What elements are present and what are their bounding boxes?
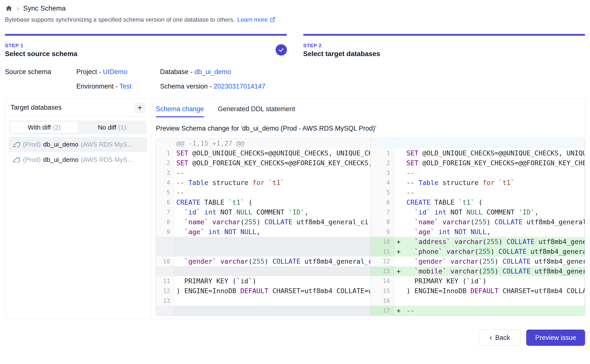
diff-add-marker [394, 148, 405, 158]
diff-row-target: 16 [371, 296, 585, 306]
code-line: `gender` varchar(255) COLLATE utf8mb4_ge… [174, 257, 370, 266]
line-number: 7 [371, 207, 394, 217]
with-diff-count: (2) [53, 124, 61, 131]
back-button[interactable]: ‹ Back [479, 330, 520, 346]
line-number: 9 [156, 227, 174, 237]
code-line: `id` int NOT NULL COMMENT 'ID', [405, 207, 585, 217]
diff-add-marker: + [394, 306, 405, 316]
diff-add-marker [394, 227, 405, 237]
tab-schema-change[interactable]: Schema change [156, 105, 204, 117]
step-2: STEP 2 Select target databases [303, 34, 585, 58]
diff-add-marker [394, 286, 405, 296]
source-field-project: Project - UIDemo [76, 68, 160, 76]
line-number: 12 [371, 257, 394, 266]
diff-row-target: 5-- [371, 188, 585, 197]
line-number: 14 [371, 276, 394, 286]
diff-row-target: 11+ `phone` varchar(255) COLLATE utf8mb4… [371, 247, 585, 257]
stepper: STEP 1 Select source schema STEP 2 Selec… [5, 34, 585, 58]
code-line: PRIMARY KEY (`id`) [405, 276, 585, 286]
line-number: 10 [156, 257, 174, 266]
diff-row-target: 6CREATE TABLE `t1` ( [371, 197, 585, 207]
code-line: -- Table structure for `t1` [174, 178, 370, 188]
diff-add-marker: + [394, 247, 405, 257]
diff-row-target: 8 `name` varchar(255) COLLATE utf8mb4_ge… [371, 217, 585, 227]
page-title: Sync Schema [23, 4, 66, 12]
target-database-item[interactable]: (Prod) db_ui_demo (AWS RDS MyS… [9, 152, 147, 167]
code-line: ) ENGINE=InnoDB DEFAULT CHARSET=utf8mb4 … [405, 286, 585, 296]
preview-issue-button[interactable]: Preview issue [526, 330, 585, 346]
target-database-item[interactable]: (Prod) db_ui_demo (AWS RDS MyS… [9, 137, 147, 152]
line-number: 11 [371, 247, 394, 257]
no-diff-count: (1) [118, 124, 126, 131]
project-link[interactable]: UIDemo [103, 68, 127, 76]
diff-add-marker [394, 197, 405, 207]
code-line [174, 247, 370, 257]
diff-add-marker [394, 276, 405, 286]
line-number: 12 [156, 286, 174, 296]
diff-row-target: 17+-- [371, 306, 585, 316]
line-number: 2 [156, 158, 174, 168]
step-2-label: STEP 2 [303, 43, 585, 48]
code-line: -- [405, 306, 585, 316]
add-target-database-button[interactable]: + [134, 102, 145, 113]
diff-row-source: @@ -1,15 +1,27 @@ [156, 138, 370, 148]
diff-row-target: 3-- [371, 168, 585, 178]
target-databases-panel: Target databases + With diff(2) No diff(… [5, 99, 151, 319]
source-schema-label: Source schema [5, 68, 76, 76]
database-link[interactable]: db_ui_demo [195, 68, 231, 76]
step-1-title: Select source schema [5, 50, 287, 58]
step-2-title: Select target databases [303, 50, 585, 58]
source-schema-summary: Source schema Project - UIDemo Database … [5, 68, 585, 90]
line-number: 7 [156, 207, 174, 217]
diff-add-marker [394, 168, 405, 178]
step-completed-check-icon [276, 44, 287, 56]
schema-version-link[interactable]: 20230317014147 [214, 83, 265, 90]
line-number: 6 [156, 197, 174, 207]
code-line: SET @OLD_FOREIGN_KEY_CHECKS=@@FOREIGN_KE… [174, 158, 370, 168]
diff-row-target [371, 138, 585, 148]
code-line: SET @OLD_FOREIGN_KEY_CHECKS=@@FOREIGN_KE… [405, 158, 585, 168]
tab-generated-ddl[interactable]: Generated DDL statement [218, 105, 295, 117]
tab-with-diff[interactable]: With diff(2) [10, 121, 78, 133]
code-line: -- [405, 188, 585, 197]
line-number: 8 [371, 217, 394, 227]
environment-link[interactable]: Test [119, 83, 132, 90]
line-number [156, 237, 174, 247]
home-icon[interactable] [5, 4, 13, 12]
diff-row-source: 6CREATE TABLE `t1` ( [156, 197, 370, 207]
mysql-icon [12, 155, 20, 164]
diff-row-source: 11 PRIMARY KEY (`id`) [156, 276, 370, 286]
code-line [405, 296, 585, 306]
diff-row-target: 13+ `mobile` varchar(255) COLLATE utf8mb… [371, 266, 585, 276]
diff-row-target: 9 `age` int NOT NULL, [371, 227, 585, 237]
diff-add-marker [394, 207, 405, 217]
code-line [174, 306, 370, 316]
breadcrumb: › Sync Schema [5, 3, 585, 14]
code-line: -- [405, 168, 585, 178]
line-number: 8 [156, 217, 174, 227]
code-line: `phone` varchar(255) COLLATE utf8mb4_gen… [405, 247, 585, 257]
diff-row-source: 9 `age` int NOT NULL, [156, 227, 370, 237]
diff-add-marker [394, 178, 405, 188]
diff-row-target: 1SET @OLD_UNIQUE_CHECKS=@@UNIQUE_CHECKS,… [371, 148, 585, 158]
diff-pane-source: @@ -1,15 +1,27 @@1SET @OLD_UNIQUE_CHECKS… [156, 138, 371, 316]
source-field-database: Database - db_ui_demo [160, 68, 585, 76]
diff-row-source: 10 `gender` varchar(255) COLLATE utf8mb4… [156, 257, 370, 266]
line-number: 5 [371, 188, 394, 197]
diff-row-source: 3-- [156, 168, 370, 178]
code-line: PRIMARY KEY (`id`) [174, 276, 370, 286]
diff-row-source: 8 `name` varchar(255) COLLATE utf8mb4_ge… [156, 217, 370, 227]
line-number: 13 [371, 266, 394, 276]
tab-no-diff[interactable]: No diff(1) [78, 121, 146, 133]
learn-more-link[interactable]: Learn more [237, 16, 276, 23]
schema-diff-view: @@ -1,15 +1,27 @@1SET @OLD_UNIQUE_CHECKS… [156, 138, 585, 316]
page-description: Bytebase supports synchronizing a specif… [5, 16, 585, 23]
code-line: `id` int NOT NULL COMMENT 'ID', [174, 207, 370, 217]
diff-row-source [156, 237, 370, 247]
diff-add-marker [394, 188, 405, 197]
step-1-label: STEP 1 [5, 43, 287, 48]
line-number: 5 [156, 188, 174, 197]
line-number [371, 138, 394, 148]
chevron-left-icon: ‹ [490, 333, 492, 341]
diff-row-target: 2SET @OLD_FOREIGN_KEY_CHECKS=@@FOREIGN_K… [371, 158, 585, 168]
